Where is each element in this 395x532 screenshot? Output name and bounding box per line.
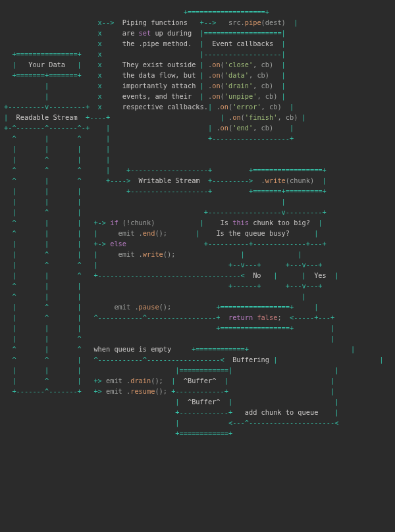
emit-pause-code: emit .pause(); <box>114 303 171 311</box>
emit-drain-code: emit .drain(); <box>106 377 163 385</box>
pipe-method-label: the .pipe method. <box>122 40 192 47</box>
no-label: No <box>253 271 261 279</box>
on-close-code: .on('close', cb) <box>208 61 273 68</box>
add-chunk-label: add chunk to queue <box>245 408 319 416</box>
on-error-code: .on('error', cb) <box>216 103 281 111</box>
write-chunk-code: .write(chunk) <box>261 176 315 184</box>
else-code: else <box>110 240 126 248</box>
stream-diagram: +===================+ x--> Piping functi… <box>0 0 395 445</box>
set-up-line: are set up during <box>122 29 192 37</box>
emit-end-code: emit .end(); <box>118 229 167 237</box>
piping-functions-label: Piping functions <box>122 18 188 26</box>
data-flow-label: the data flow, but <box>122 71 196 79</box>
queue-busy-label: Is the queue busy? <box>216 229 290 237</box>
readable-stream-label: Readable Stream <box>16 113 78 121</box>
on-drain-code: .on('drain', cb) <box>208 82 273 90</box>
too-big-line: Is this chunk too big? <box>221 219 310 226</box>
on-finish-code: .on('finish', cb) <box>228 113 298 121</box>
if-chunk-code: if (!chunk) <box>110 219 155 226</box>
buffering-label: Buffering <box>232 356 269 363</box>
your-data-label: Your Data <box>28 61 65 68</box>
emit-resume-code: emit .resume(); <box>106 387 167 395</box>
callbacks-label: respective callbacks. <box>122 103 208 111</box>
writable-stream-label: Writable Stream <box>139 176 200 184</box>
exist-outside-label: They exist outside <box>122 61 196 68</box>
src-pipe-code: src.pipe(dest) <box>228 18 286 26</box>
on-data-code: .on('data', cb) <box>208 71 269 79</box>
return-false-code: return false; <box>228 313 282 321</box>
event-callbacks-label: Event callbacks <box>212 40 273 47</box>
on-unpipe-code: .on('unpipe', cb) <box>208 92 277 100</box>
importantly-label: importantly attach <box>122 82 196 90</box>
buffer-top-label: ^Buffer^ <box>184 377 217 385</box>
buffer-bottom-label: ^Buffer^ <box>188 398 221 406</box>
on-end-code: .on('end', cb) <box>216 124 273 132</box>
events-label: events, and their <box>122 92 192 100</box>
emit-write-code: emit .write(); <box>118 250 176 258</box>
queue-empty-label: when queue is empty <box>93 345 171 353</box>
yes-label: Yes <box>314 271 327 279</box>
